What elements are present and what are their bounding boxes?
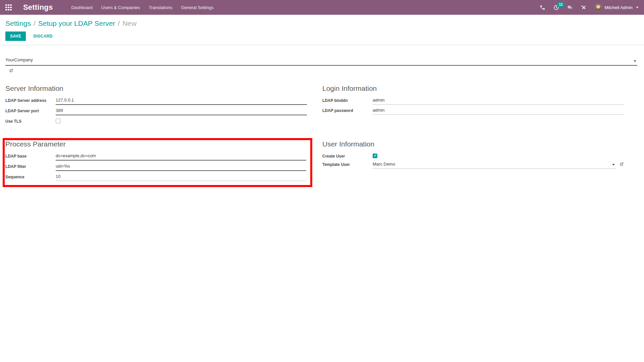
ldap-server-address-input[interactable]: 127.0.0.1 <box>56 97 307 105</box>
template-user-external-link-icon[interactable] <box>619 162 624 167</box>
template-user-value: Marc Demo <box>373 162 395 167</box>
ldap-password-input[interactable]: admin <box>373 107 624 115</box>
process-parameter-section: Process Parameter LDAP base dc=example,d… <box>5 140 306 181</box>
ldap-form-sheet: YourCompany Server Information LDAP Serv… <box>0 45 644 187</box>
apps-menu-icon[interactable] <box>5 4 12 11</box>
dropdown-caret-icon[interactable] <box>612 164 615 166</box>
create-user-checkbox[interactable] <box>373 154 377 158</box>
ldap-filter-input[interactable]: uid=%s <box>56 163 306 171</box>
breadcrumb-current: New <box>122 19 137 27</box>
field-row-template-user: Template User Marc Demo <box>322 161 624 169</box>
field-row-create-user: Create User <box>322 153 624 159</box>
field-row-ldap-base: LDAP base dc=example,dc=com <box>5 153 306 161</box>
field-row-ldap-server-address: LDAP Server address 127.0.0.1 <box>5 97 307 105</box>
top-navbar: Settings Dashboard Users & Companies Tra… <box>0 0 644 15</box>
breadcrumb: Settings/Setup your LDAP Server/New <box>5 19 639 28</box>
section-title: Process Parameter <box>5 140 306 148</box>
breadcrumb-separator: / <box>34 19 36 27</box>
field-row-ldap-server-port: LDAP Server port 389 <box>5 107 307 115</box>
dropdown-caret-icon[interactable] <box>634 60 636 62</box>
section-title: Server Information <box>5 84 307 93</box>
ldap-base-input[interactable]: dc=example,dc=com <box>56 153 306 161</box>
menu-item-translations[interactable]: Translations <box>145 0 177 15</box>
user-avatar <box>595 4 602 11</box>
field-label: LDAP password <box>322 107 373 113</box>
menu-item-users-companies[interactable]: Users & Companies <box>97 0 145 15</box>
menu-item-dashboard[interactable]: Dashboard <box>67 0 97 15</box>
company-external-link-icon[interactable] <box>9 68 13 73</box>
phone-icon[interactable] <box>540 5 545 10</box>
activities-count-badge: 12 <box>557 2 565 7</box>
user-name: Mitchell Admin <box>604 5 633 10</box>
field-label: Template User <box>322 161 373 167</box>
field-label: LDAP filter <box>5 163 56 169</box>
field-row-ldap-filter: LDAP filter uid=%s <box>5 163 306 171</box>
company-value: YourCompany <box>5 57 33 62</box>
control-panel: Settings/Setup your LDAP Server/New SAVE… <box>0 15 644 45</box>
section-title: User Information <box>322 140 624 148</box>
breadcrumb-settings[interactable]: Settings <box>5 19 31 27</box>
user-information-section: User Information Create User Template Us… <box>322 140 624 187</box>
main-menu: Dashboard Users & Companies Translations… <box>67 0 218 15</box>
ldap-server-port-input[interactable]: 389 <box>56 107 307 115</box>
messages-icon[interactable] <box>567 5 573 10</box>
tools-icon[interactable] <box>581 5 587 10</box>
field-row-use-tls: Use TLS <box>5 118 307 124</box>
app-title[interactable]: Settings <box>23 3 53 12</box>
chevron-down-icon <box>636 7 639 8</box>
field-row-ldap-binddn: LDAP binddn admin <box>322 97 624 105</box>
field-label: Create User <box>322 153 373 159</box>
company-field[interactable]: YourCompany <box>5 57 637 66</box>
highlight-annotation-box: Process Parameter LDAP base dc=example,d… <box>3 138 312 187</box>
breadcrumb-separator: / <box>118 19 120 27</box>
use-tls-checkbox[interactable] <box>56 119 60 123</box>
activities-menu[interactable]: 12 <box>553 5 559 10</box>
field-label: Use TLS <box>5 118 56 124</box>
field-row-sequence: Sequence 10 <box>5 173 306 181</box>
ldap-binddn-input[interactable]: admin <box>373 97 624 105</box>
login-information-section: Login Information LDAP binddn admin LDAP… <box>322 84 624 126</box>
field-label: LDAP base <box>5 153 56 159</box>
field-label: LDAP Server port <box>5 107 56 113</box>
save-button[interactable]: SAVE <box>5 32 26 41</box>
field-label: Sequence <box>5 173 56 179</box>
breadcrumb-ldap-server[interactable]: Setup your LDAP Server <box>38 19 115 27</box>
user-menu[interactable]: Mitchell Admin <box>595 4 639 11</box>
template-user-select[interactable]: Marc Demo <box>373 161 616 169</box>
section-title: Login Information <box>322 84 624 93</box>
field-label: LDAP Server address <box>5 97 56 103</box>
field-row-ldap-password: LDAP password admin <box>322 107 624 115</box>
discard-button[interactable]: DISCARD <box>29 32 57 41</box>
sequence-input[interactable]: 10 <box>56 173 306 181</box>
field-label: LDAP binddn <box>322 97 373 103</box>
server-information-section: Server Information LDAP Server address 1… <box>5 84 307 126</box>
menu-item-general-settings[interactable]: General Settings <box>177 0 218 15</box>
